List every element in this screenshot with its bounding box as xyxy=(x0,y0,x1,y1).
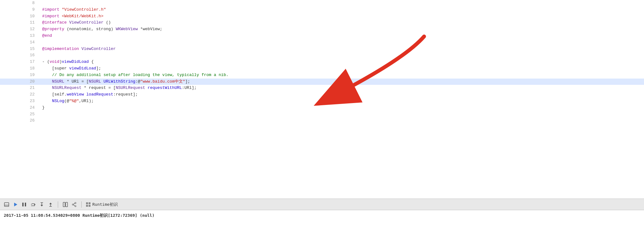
console-area: 2017-11-05 11:08:54.534029+0800 Runtime初… xyxy=(0,210,644,235)
svg-marker-6 xyxy=(34,203,35,206)
toolbar-title: Runtime初识 xyxy=(92,202,118,207)
line-number: 11 xyxy=(0,19,40,26)
svg-point-18 xyxy=(75,205,76,207)
line-number: 12 xyxy=(0,26,40,33)
line-content[interactable]: @end xyxy=(40,33,644,39)
console-output: 2017-11-05 11:08:54.534029+0800 Runtime初… xyxy=(0,210,644,221)
line-content[interactable]: } xyxy=(40,105,644,111)
line-row: 10#import <WebKit/WebKit.h> xyxy=(0,13,644,20)
step-into-icon[interactable] xyxy=(39,202,45,207)
line-number: 25 xyxy=(0,111,40,118)
line-number: 18 xyxy=(0,65,40,72)
line-content[interactable]: // Do any additional setup after loading… xyxy=(40,72,644,79)
line-content[interactable] xyxy=(40,0,644,7)
line-content[interactable]: #import "ViewController.h" xyxy=(40,7,644,13)
line-content[interactable]: @property (nonatomic, strong) WKWebView … xyxy=(40,26,644,33)
line-number: 13 xyxy=(0,33,40,39)
line-row: 19 // Do any additional setup after load… xyxy=(0,72,644,79)
svg-rect-1 xyxy=(4,203,9,206)
svg-rect-5 xyxy=(25,203,26,206)
svg-rect-23 xyxy=(86,205,88,207)
code-table: 8 9#import "ViewController.h"10#import <… xyxy=(0,0,644,124)
share-icon[interactable] xyxy=(71,202,77,207)
line-row: 26 xyxy=(0,117,644,124)
line-number: 23 xyxy=(0,98,40,105)
line-number: 19 xyxy=(0,72,40,79)
svg-point-16 xyxy=(75,202,76,204)
line-number: 15 xyxy=(0,46,40,52)
line-number: 26 xyxy=(0,117,40,124)
line-row: 22 [self.webView loadRequest:request]; xyxy=(0,91,644,98)
pause-icon[interactable] xyxy=(21,202,27,207)
view-toggle-icon[interactable] xyxy=(63,202,68,207)
step-over-icon[interactable] xyxy=(30,202,36,207)
svg-marker-9 xyxy=(41,205,43,206)
line-content[interactable]: [super viewDidLoad]; xyxy=(40,65,644,72)
line-content[interactable]: [self.webView loadRequest:request]; xyxy=(40,91,644,98)
line-row: 18 [super viewDidLoad]; xyxy=(0,65,644,72)
line-row: 8 xyxy=(0,0,644,7)
toolbar-divider-1 xyxy=(58,201,58,208)
step-out-icon[interactable] xyxy=(48,202,53,207)
svg-marker-12 xyxy=(49,203,52,204)
svg-rect-15 xyxy=(66,202,68,207)
continue-icon[interactable] xyxy=(13,202,18,207)
toolbar-divider-2 xyxy=(81,201,82,208)
line-content[interactable]: @interface ViewController () xyxy=(40,19,644,26)
line-row: 11@interface ViewController () xyxy=(0,19,644,26)
grid-icon xyxy=(86,202,90,207)
line-content[interactable]: @implementation ViewController xyxy=(40,46,644,52)
svg-marker-3 xyxy=(14,203,17,206)
line-row: 14 xyxy=(0,39,644,46)
line-content[interactable]: NSURL * URl = [NSURL URLWithString:@"www… xyxy=(40,79,644,85)
console-toggle-icon[interactable] xyxy=(4,202,9,207)
svg-rect-22 xyxy=(89,202,90,204)
line-number: 17 xyxy=(0,59,40,65)
line-number: 9 xyxy=(0,7,40,13)
line-row: 20 NSURL * URl = [NSURL URLWithString:@"… xyxy=(0,79,644,85)
code-editor: 8 9#import "ViewController.h"10#import <… xyxy=(0,0,644,199)
line-content[interactable] xyxy=(40,117,644,124)
line-row: 25 xyxy=(0,111,644,118)
line-content[interactable]: NSURLRequest * request = [NSURLRequest r… xyxy=(40,85,644,91)
line-row: 9#import "ViewController.h" xyxy=(0,7,644,13)
svg-line-20 xyxy=(74,205,75,206)
line-row: 16 xyxy=(0,52,644,59)
svg-rect-21 xyxy=(86,202,88,204)
svg-rect-14 xyxy=(63,202,65,207)
line-number: 14 xyxy=(0,39,40,46)
line-row: 23 NSLog(@"%@",URl); xyxy=(0,98,644,105)
toolbar-label: Runtime初识 xyxy=(86,202,118,207)
line-number: 10 xyxy=(0,13,40,20)
line-row: 21 NSURLRequest * request = [NSURLReques… xyxy=(0,85,644,91)
line-number: 21 xyxy=(0,85,40,91)
svg-line-19 xyxy=(74,203,75,204)
debug-toolbar: Runtime初识 xyxy=(0,199,644,210)
line-number: 22 xyxy=(0,91,40,98)
line-content[interactable]: NSLog(@"%@",URl); xyxy=(40,98,644,105)
line-content[interactable]: - (void)viewDidLoad { xyxy=(40,59,644,65)
svg-rect-4 xyxy=(22,203,24,206)
line-number: 16 xyxy=(0,52,40,59)
line-content[interactable] xyxy=(40,52,644,59)
svg-rect-24 xyxy=(89,205,90,207)
svg-point-17 xyxy=(72,204,74,205)
line-number: 24 xyxy=(0,105,40,111)
line-number: 8 xyxy=(0,0,40,7)
line-content[interactable]: #import <WebKit/WebKit.h> xyxy=(40,13,644,20)
line-number: 20 xyxy=(0,79,40,85)
line-row: 13@end xyxy=(0,33,644,39)
line-row: 15@implementation ViewController xyxy=(0,46,644,52)
line-row: 24} xyxy=(0,105,644,111)
line-content[interactable] xyxy=(40,111,644,118)
line-row: 17- (void)viewDidLoad { xyxy=(0,59,644,65)
line-content[interactable] xyxy=(40,39,644,46)
line-row: 12@property (nonatomic, strong) WKWebVie… xyxy=(0,26,644,33)
